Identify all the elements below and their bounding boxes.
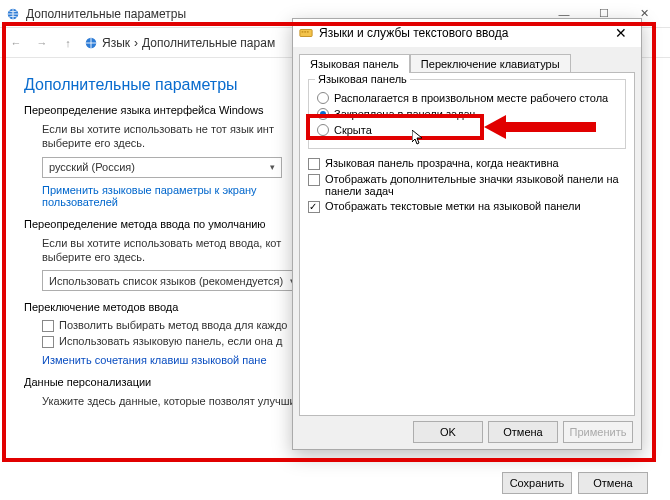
dialog-close-button[interactable]: ✕ [607, 25, 635, 41]
chk-extra-icons-row[interactable]: Отображать дополнительные значки языково… [308, 173, 626, 197]
ok-button[interactable]: OK [413, 421, 483, 443]
back-button[interactable]: ← [6, 33, 26, 53]
switch-chk2-label: Использовать языковую панель, если она д [59, 335, 282, 347]
chk-text-labels-row[interactable]: Отображать текстовые метки на языковой п… [308, 200, 626, 213]
globe-icon [6, 7, 20, 21]
radio-docked-row[interactable]: Закреплена в панели задач [317, 108, 617, 120]
save-button[interactable]: Сохранить [502, 472, 572, 494]
svg-rect-2 [300, 30, 312, 37]
main-footer: Сохранить Отмена [502, 472, 648, 494]
checkbox-checked-icon [308, 201, 320, 213]
svg-rect-3 [302, 31, 304, 32]
chk-text-labels-label: Отображать текстовые метки на языковой п… [325, 200, 581, 212]
cancel-button[interactable]: Отмена [578, 472, 648, 494]
chevron-down-icon: ▾ [270, 162, 275, 172]
radio-floating-row[interactable]: Располагается в произвольном месте рабоч… [317, 92, 617, 104]
radio-icon [317, 124, 329, 136]
forward-button[interactable]: → [32, 33, 52, 53]
chk-transparent-row[interactable]: Языковая панель прозрачна, когда неактив… [308, 157, 626, 170]
language-bar-group: Языковая панель Располагается в произвол… [308, 79, 626, 149]
dialog-title: Языки и службы текстового ввода [319, 26, 607, 40]
radio-selected-icon [317, 108, 329, 120]
dialog-footer: OK Отмена Применить [301, 415, 633, 443]
tab-panel: Языковая панель Располагается в произвол… [299, 72, 635, 416]
apply-button[interactable]: Применить [563, 421, 633, 443]
breadcrumb[interactable]: Язык › Дополнительные парам [84, 36, 275, 50]
radio-hidden-label: Скрыта [334, 124, 372, 136]
input-method-combo[interactable]: Использовать список языков (рекомендуетс… [42, 270, 302, 291]
checkbox-icon [42, 320, 54, 332]
dialog-tabs: Языковая панель Переключение клавиатуры [293, 47, 641, 72]
dialog-cancel-button[interactable]: Отмена [488, 421, 558, 443]
switch-chk1-label: Позволить выбирать метод ввода для каждо [59, 319, 287, 331]
group-legend: Языковая панель [315, 73, 410, 85]
checkbox-icon [308, 174, 320, 186]
radio-hidden-row[interactable]: Скрыта [317, 124, 617, 136]
breadcrumb-root: Язык [102, 36, 130, 50]
chk-extra-icons-label: Отображать дополнительные значки языково… [325, 173, 626, 197]
language-combo-value: русский (Россия) [49, 161, 135, 173]
checkbox-icon [42, 336, 54, 348]
checkbox-icon [308, 158, 320, 170]
radio-icon [317, 92, 329, 104]
keyboard-icon [299, 26, 313, 40]
radio-docked-label: Закреплена в панели задач [334, 108, 475, 120]
cursor-icon [412, 130, 424, 146]
svg-rect-5 [307, 31, 309, 32]
breadcrumb-current: Дополнительные парам [142, 36, 275, 50]
language-combo[interactable]: русский (Россия) ▾ [42, 157, 282, 178]
chk-transparent-label: Языковая панель прозрачна, когда неактив… [325, 157, 559, 169]
svg-rect-4 [304, 31, 306, 32]
input-method-combo-value: Использовать список языков (рекомендуетс… [49, 275, 283, 287]
globe-icon [84, 36, 98, 50]
dialog-titlebar: Языки и службы текстового ввода ✕ [293, 19, 641, 47]
up-button[interactable]: ↑ [58, 33, 78, 53]
tab-keyboard-switching[interactable]: Переключение клавиатуры [410, 54, 571, 73]
breadcrumb-sep: › [134, 36, 138, 50]
language-services-dialog: Языки и службы текстового ввода ✕ Языков… [292, 18, 642, 450]
radio-floating-label: Располагается в произвольном месте рабоч… [334, 92, 608, 104]
tab-language-bar[interactable]: Языковая панель [299, 54, 410, 73]
